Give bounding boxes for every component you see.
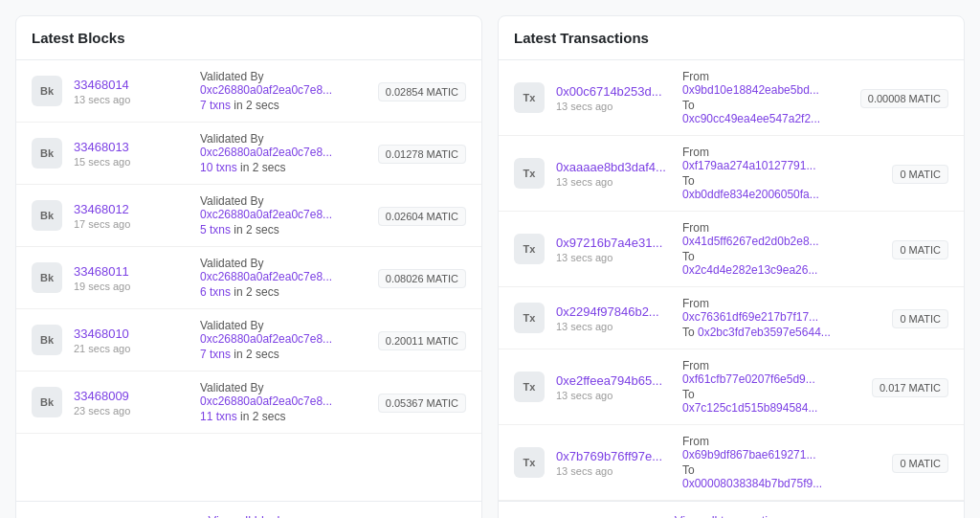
block-item: Bk 33468011 19 secs ago Validated By 0xc…	[16, 247, 481, 309]
tx-badge: Tx	[514, 372, 545, 402]
tx-hash-section: 0xe2ffeea794b65... 13 secs ago	[556, 373, 671, 401]
from-address[interactable]: 0xf179aa274a10127791...	[682, 159, 815, 172]
tx-hash[interactable]: 0x97216b7a4e31...	[556, 236, 671, 250]
to-row: To 0xb0ddfe834e2006050fa...	[682, 174, 832, 201]
from-row: From 0x9bd10e18842eabe5bd...	[682, 70, 832, 97]
to-row: To 0xc90cc49ea4ee547a2f2...	[682, 99, 832, 125]
tx-hash-section: 0x97216b7a4e31... 13 secs ago	[556, 236, 671, 263]
from-address[interactable]: 0x41d5ff6267ed2d0b2e8...	[682, 235, 819, 248]
tx-panel-title: Latest Transactions	[499, 16, 964, 60]
block-amount: 0.05367 MATIC	[361, 395, 466, 410]
tx-addresses: From 0xc76361df69e217b7f17... To 0x2bc3f…	[682, 297, 832, 339]
txns-count-link[interactable]: 7 txns	[200, 348, 231, 361]
txns-info: 7 txns in 2 secs	[200, 348, 349, 361]
blocks-panel: Latest Blocks Bk 33468014 13 secs ago Va…	[15, 15, 482, 518]
validator-info: Validated By 0xc26880a0af2ea0c7e8...	[200, 132, 349, 159]
block-number[interactable]: 33468012	[74, 202, 189, 216]
to-address[interactable]: 0x2c4d4e282e13c9ea26...	[682, 263, 817, 277]
txns-count-link[interactable]: 10 txns	[200, 161, 237, 174]
from-row: From 0x69b9df867bae619271...	[682, 435, 832, 462]
block-details: Validated By 0xc26880a0af2ea0c7e8... 7 t…	[200, 70, 349, 112]
tx-amount: 0 MATIC	[843, 456, 948, 470]
block-time: 21 secs ago	[74, 343, 189, 354]
from-address[interactable]: 0x69b9df867bae619271...	[682, 448, 815, 462]
tx-hash[interactable]: 0x2294f97846b2...	[556, 304, 671, 319]
view-all-transactions[interactable]: View all transactions	[675, 513, 788, 518]
to-address[interactable]: 0x7c125c1d515b894584...	[682, 401, 817, 415]
txns-count-link[interactable]: 5 txns	[200, 223, 231, 236]
to-address[interactable]: 0xc90cc49ea4ee547a2f2...	[682, 112, 820, 125]
block-details: Validated By 0xc26880a0af2ea0c7e8... 5 t…	[200, 194, 349, 236]
block-number[interactable]: 33468013	[74, 140, 189, 154]
txns-info: 7 txns in 2 secs	[200, 99, 349, 112]
block-number-section: 33468012 17 secs ago	[74, 202, 189, 230]
from-address[interactable]: 0xf61cfb77e0207f6e5d9...	[682, 372, 815, 386]
tx-matic-badge: 0 MATIC	[892, 165, 948, 184]
block-number[interactable]: 33468014	[74, 78, 189, 92]
block-time: 23 secs ago	[74, 405, 189, 417]
block-number-section: 33468013 15 secs ago	[74, 140, 189, 168]
validator-address[interactable]: 0xc26880a0af2ea0c7e8...	[200, 394, 332, 408]
from-address[interactable]: 0xc76361df69e217b7f17...	[682, 310, 818, 324]
to-address[interactable]: 0x00008038384b7bd75f9...	[682, 477, 822, 490]
tx-hash-section: 0x2294f97846b2... 13 secs ago	[556, 304, 671, 332]
validator-address[interactable]: 0xc26880a0af2ea0c7e8...	[200, 208, 332, 221]
matic-badge: 0.05367 MATIC	[378, 394, 466, 413]
block-number[interactable]: 33468011	[74, 264, 189, 279]
tx-addresses: From 0xf179aa274a10127791... To 0xb0ddfe…	[682, 146, 832, 201]
tx-addresses: From 0x41d5ff6267ed2d0b2e8... To 0x2c4d4…	[682, 221, 832, 277]
tx-time: 13 secs ago	[556, 101, 671, 112]
tx-hash[interactable]: 0x00c6714b253d...	[556, 84, 671, 99]
block-number[interactable]: 33468010	[74, 327, 189, 341]
tx-matic-badge: 0 MATIC	[892, 309, 948, 328]
validator-address[interactable]: 0xc26880a0af2ea0c7e8...	[200, 83, 332, 97]
txns-count-link[interactable]: 11 txns	[200, 410, 237, 423]
validator-info: Validated By 0xc26880a0af2ea0c7e8...	[200, 319, 349, 346]
from-row: From 0xc76361df69e217b7f17...	[682, 297, 832, 324]
to-address[interactable]: 0xb0ddfe834e2006050fa...	[682, 188, 819, 201]
tx-time: 13 secs ago	[556, 321, 671, 332]
view-all-blocks[interactable]: View all blocks	[208, 513, 289, 518]
to-row: To 0x2bc3fd7eb3597e5644...	[682, 326, 832, 339]
block-details: Validated By 0xc26880a0af2ea0c7e8... 11 …	[200, 381, 349, 423]
tx-badge: Tx	[514, 234, 545, 264]
txns-count-link[interactable]: 7 txns	[200, 99, 231, 112]
main-content: Latest Blocks Bk 33468014 13 secs ago Va…	[0, 0, 980, 518]
matic-badge: 0.08026 MATIC	[378, 269, 466, 288]
tx-panel: Latest Transactions Tx 0x00c6714b253d...…	[498, 15, 965, 518]
block-amount: 0.08026 MATIC	[361, 271, 466, 285]
to-row: To 0x2c4d4e282e13c9ea26...	[682, 250, 832, 277]
tx-matic-badge: 0.00008 MATIC	[860, 89, 948, 108]
from-address[interactable]: 0x9bd10e18842eabe5bd...	[682, 83, 819, 97]
tx-matic-badge: 0 MATIC	[892, 240, 948, 259]
block-item: Bk 33468013 15 secs ago Validated By 0xc…	[16, 123, 481, 185]
block-item: Bk 33468012 17 secs ago Validated By 0xc…	[16, 185, 481, 247]
matic-badge: 0.20011 MATIC	[378, 331, 466, 350]
block-time: 17 secs ago	[74, 218, 189, 230]
block-amount: 0.01278 MATIC	[361, 146, 466, 161]
tx-hash[interactable]: 0xe2ffeea794b65...	[556, 373, 671, 388]
txns-count-link[interactable]: 6 txns	[200, 285, 231, 299]
from-row: From 0x41d5ff6267ed2d0b2e8...	[682, 221, 832, 248]
block-item: Bk 33468014 13 secs ago Validated By 0xc…	[16, 60, 481, 123]
tx-hash-section: 0x7b769b76ff97e... 13 secs ago	[556, 449, 671, 477]
tx-item: Tx 0xe2ffeea794b65... 13 secs ago From 0…	[499, 349, 964, 425]
block-badge: Bk	[32, 262, 62, 293]
tx-matic-badge: 0.017 MATIC	[872, 378, 948, 397]
validator-address[interactable]: 0xc26880a0af2ea0c7e8...	[200, 146, 332, 159]
validator-address[interactable]: 0xc26880a0af2ea0c7e8...	[200, 332, 332, 346]
tx-hash-section: 0xaaaae8bd3daf4... 13 secs ago	[556, 160, 671, 188]
block-number[interactable]: 33468009	[74, 389, 189, 403]
block-details: Validated By 0xc26880a0af2ea0c7e8... 7 t…	[200, 319, 349, 361]
tx-hash[interactable]: 0x7b769b76ff97e...	[556, 449, 671, 463]
tx-matic-badge: 0 MATIC	[892, 454, 948, 473]
tx-hash[interactable]: 0xaaaae8bd3daf4...	[556, 160, 671, 174]
block-item: Bk 33468009 23 secs ago Validated By 0xc…	[16, 372, 481, 434]
validator-address[interactable]: 0xc26880a0af2ea0c7e8...	[200, 270, 332, 283]
tx-item: Tx 0x7b769b76ff97e... 13 secs ago From 0…	[499, 425, 964, 501]
block-time: 13 secs ago	[74, 94, 189, 105]
tx-panel-footer: View all transactions	[499, 501, 964, 518]
tx-badge: Tx	[514, 158, 545, 189]
to-address[interactable]: 0x2bc3fd7eb3597e5644...	[698, 326, 831, 339]
tx-item: Tx 0x97216b7a4e31... 13 secs ago From 0x…	[499, 212, 964, 287]
